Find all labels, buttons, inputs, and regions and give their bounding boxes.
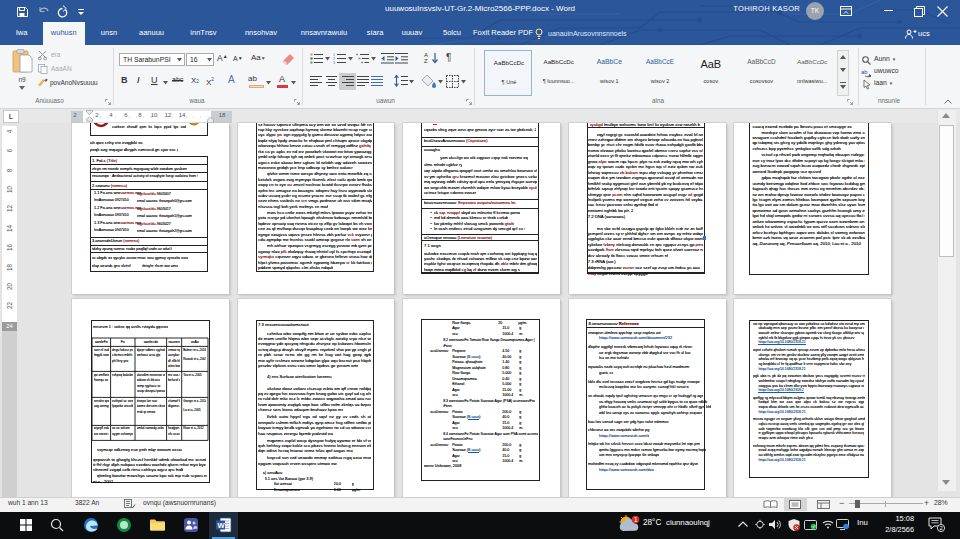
svg-text:3: 3 [333, 61, 335, 65]
svg-text:1: 1 [634, 516, 638, 523]
svg-text:W: W [218, 521, 226, 530]
svg-text:ab: ab [861, 69, 868, 75]
